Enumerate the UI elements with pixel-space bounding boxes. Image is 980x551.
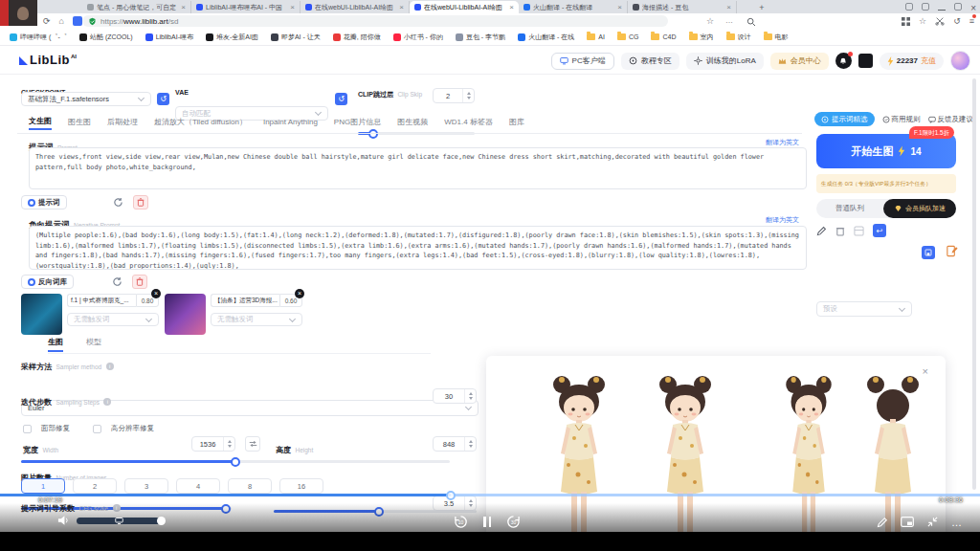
hires-fix-checkbox[interactable]	[93, 425, 101, 433]
preset-select[interactable]: 预设	[816, 301, 912, 317]
plugin-tab[interactable]: 图生视频	[397, 117, 428, 129]
bookmark-folder[interactable]: CG	[617, 33, 639, 42]
browser-tab[interactable]: 在线webUI-LiblibAI-AI绘图	[410, 1, 519, 13]
negative-refresh-icon[interactable]	[112, 276, 122, 287]
forward-30-button[interactable]: 30	[506, 515, 521, 529]
slider-knob[interactable]	[231, 457, 240, 467]
clip-skip-stepper[interactable]: 2	[433, 88, 475, 103]
url-field[interactable]: https://www.liblib.art/sd	[82, 15, 668, 27]
bookmark-item[interactable]: 即梦AI - 让天	[271, 33, 321, 42]
bookmark-item[interactable]: 小红书 - 你的	[393, 33, 443, 42]
browser-tab[interactable]: LiblibAI-哩布哩布AI - 中国	[191, 1, 301, 13]
scissors-icon[interactable]	[935, 16, 945, 26]
credits-pill[interactable]: 22237 充值	[880, 53, 944, 70]
search-icon[interactable]	[746, 17, 756, 27]
bookmark-item[interactable]: 站酷 (ZCOOL)	[79, 33, 133, 42]
steps-stepper[interactable]: 30	[433, 388, 477, 404]
height-stepper[interactable]: 848	[433, 436, 477, 452]
negative-clear-button[interactable]	[132, 275, 147, 289]
tab-close-icon[interactable]	[617, 3, 622, 11]
featured-prompts-button[interactable]: 提示词精选	[814, 112, 875, 126]
negative-prompt-textarea[interactable]: (Multiple people:1.6),(bad body:1.6),(lo…	[29, 226, 807, 270]
plugin-tab[interactable]: 图生图	[68, 117, 91, 129]
feedback-link[interactable]: 反馈及建议	[928, 115, 974, 124]
bookmark-star-icon[interactable]: ☆	[706, 16, 714, 26]
browser-tab[interactable]: 笔点 - 用心做笔记，可自定	[82, 1, 191, 13]
bookmark-folder[interactable]: 室内	[689, 33, 714, 42]
count-option-button[interactable]: 1	[21, 478, 65, 494]
pause-button[interactable]	[483, 517, 491, 527]
generate-button[interactable]: 开始生图 14	[816, 134, 956, 168]
trash-icon[interactable]	[835, 226, 845, 236]
tab-search-icon[interactable]	[905, 3, 913, 11]
prompt-library-button[interactable]: 提示词	[21, 195, 67, 209]
face-restore-checkbox[interactable]	[23, 425, 32, 433]
plugin-tab[interactable]: 后期处理	[107, 117, 138, 129]
lora-remove-icon[interactable]	[151, 289, 161, 298]
queue-normal-tab[interactable]: 普通队列	[816, 199, 883, 218]
count-option-button[interactable]: 2	[73, 478, 117, 494]
video-progress-knob[interactable]	[446, 491, 456, 500]
pip-icon[interactable]	[901, 517, 914, 527]
bookmark-item[interactable]: 堆友-全新AI图	[206, 33, 258, 42]
bookmark-folder[interactable]: 设计	[726, 33, 751, 42]
plugin-tab[interactable]: 文生图	[29, 116, 52, 130]
count-option-button[interactable]: 3	[124, 478, 168, 494]
subtab[interactable]: 生图	[48, 337, 63, 352]
apps-grid-icon[interactable]	[902, 17, 910, 26]
bookmark-folder[interactable]: C4D	[651, 33, 676, 42]
vae-refresh-button[interactable]: ↺	[335, 93, 347, 105]
stepper-arrows[interactable]	[223, 437, 234, 451]
lora-remove-icon[interactable]	[295, 289, 304, 298]
lora-trigger-select[interactable]: 无需触发词	[211, 313, 302, 326]
tutorial-button[interactable]: 教程专区	[621, 53, 679, 70]
count-option-button[interactable]: 8	[228, 478, 272, 494]
bookmark-item[interactable]: 花瓣, 陪你做	[333, 33, 381, 42]
tab-close-icon[interactable]	[290, 3, 295, 11]
browser-tab[interactable]: 海报描述 - 豆包	[628, 1, 737, 13]
workspace-icon[interactable]	[922, 3, 929, 11]
more-url-actions-icon[interactable]: …	[725, 16, 733, 25]
lora-card[interactable]: 【油条】运营3D海报... 0.60 无需触发词	[165, 294, 302, 335]
bookmark-item[interactable]: 哔哩哔哩 (゜-゜	[10, 33, 67, 42]
stepper-arrows[interactable]	[462, 89, 474, 102]
plugin-tab[interactable]: Inpaint Anything	[263, 118, 318, 128]
history-undo-icon[interactable]: ↺	[953, 16, 961, 26]
minimize-icon[interactable]	[938, 10, 946, 11]
plugin-tab[interactable]: PNG图片信息	[334, 117, 381, 129]
count-option-button[interactable]: 4	[176, 478, 220, 494]
tab-close-icon[interactable]	[399, 3, 404, 11]
volume-icon[interactable]	[57, 515, 70, 526]
maximize-icon[interactable]	[954, 3, 962, 11]
pc-client-button[interactable]: PC客户端	[551, 53, 614, 70]
rewind-10-button[interactable]: 10	[454, 515, 468, 529]
page-scrollbar[interactable]	[972, 78, 976, 490]
checkpoint-refresh-button[interactable]: ↺	[157, 93, 169, 105]
prompt-translate-link[interactable]: 翻译为英文	[766, 138, 799, 147]
save-layout-icon[interactable]	[854, 226, 864, 236]
width-stepper[interactable]: 1536	[191, 436, 235, 452]
bookmark-folder[interactable]: 电影	[764, 33, 789, 42]
plugin-tab[interactable]: 图库	[509, 117, 524, 129]
checkpoint-select[interactable]: 基础算法_F.1.safetensors	[21, 92, 151, 106]
swap-dimensions-button[interactable]	[245, 436, 260, 452]
tab-close-icon[interactable]	[181, 3, 186, 11]
browser-menu-icon[interactable]: ≡	[969, 16, 974, 26]
stepper-arrows[interactable]	[464, 389, 476, 403]
lora-card[interactable]: f.1 | 中式赛博朋克_... 0.80 无需触发词	[21, 294, 159, 335]
save-preset-button[interactable]	[922, 246, 935, 259]
reload-icon[interactable]: ⟳	[43, 17, 51, 26]
tab-close-icon[interactable]	[726, 3, 731, 11]
restore-defaults-button[interactable]: ↩	[873, 224, 886, 237]
docs-icon[interactable]	[858, 54, 873, 68]
edit-pencil-icon[interactable]	[816, 226, 827, 236]
extension-icon[interactable]	[73, 16, 82, 26]
member-center-button[interactable]: 会员中心	[770, 53, 829, 70]
edit-preset-button[interactable]	[946, 245, 958, 257]
plugin-tab[interactable]: 超清放大（Tiled diffusion）	[154, 117, 247, 129]
home-icon[interactable]: ⌂	[59, 17, 64, 26]
recharge-link[interactable]: 充值	[921, 55, 936, 66]
prompt-clear-button[interactable]	[133, 195, 148, 209]
lora-trigger-select[interactable]: 无需触发词	[67, 313, 159, 326]
video-progress-bar[interactable]	[0, 494, 980, 496]
